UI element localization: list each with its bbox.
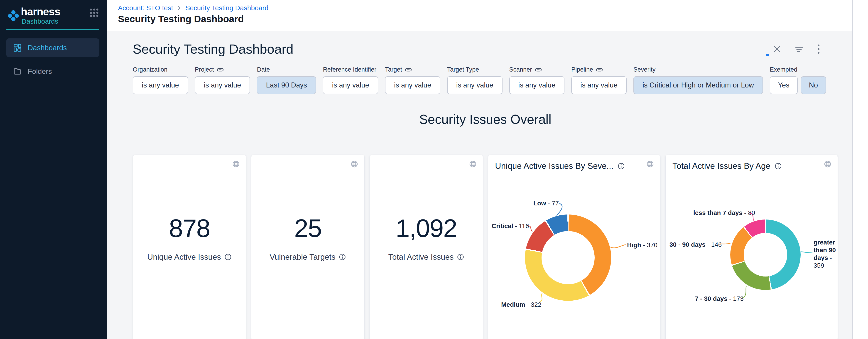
filter-label: Target [385, 66, 402, 73]
card-vulnerable-targets: 25 Vulnerable Targets [251, 155, 365, 339]
link-icon [405, 67, 412, 72]
info-icon[interactable] [775, 163, 782, 170]
logo-row: harness Dashboards [0, 0, 106, 25]
filter-date-value[interactable]: Last 90 Days [257, 76, 316, 94]
chart-label-greater-90-days: greater than 90 days - 359 [813, 238, 841, 270]
section-title: Security Issues Overall [133, 112, 838, 127]
filter-exempted: Exempted Yes No [770, 66, 826, 94]
sidebar-item-label: Dashboards [28, 44, 67, 52]
chart-title: Unique Active Issues By Seve... [495, 161, 614, 171]
harness-logo-icon[interactable] [7, 9, 20, 22]
filter-project: Project is any value [195, 66, 250, 94]
top-header: Account: STO test Security Testing Dashb… [106, 0, 852, 31]
dashboard-content: Security Testing Dashboard Org [106, 31, 852, 339]
sidebar-item-folders[interactable]: Folders [6, 62, 99, 81]
stat-value: 1,092 [396, 214, 457, 243]
exempted-no-button[interactable]: No [801, 76, 826, 94]
sidebar-nav: Dashboards Folders [0, 38, 106, 81]
stat-label: Vulnerable Targets [270, 252, 336, 261]
kebab-menu-icon[interactable] [817, 44, 820, 54]
filter-label: Organization [133, 66, 167, 73]
brand-name: harness [21, 6, 60, 17]
filter-label: Severity [633, 66, 656, 73]
link-icon [535, 67, 542, 72]
breadcrumb-page-link[interactable]: Security Testing Dashboard [185, 4, 268, 12]
dashboard-header: Security Testing Dashboard [133, 41, 838, 57]
card-issues-by-severity: Unique Active Issues By Seve... [488, 155, 660, 339]
cursor-dot [766, 54, 769, 56]
chart-label-high: High - 370 [627, 241, 657, 249]
filter-pipeline: Pipeline is any value [571, 66, 627, 94]
dashboard-actions [773, 44, 820, 54]
filter-label: Scanner [509, 66, 532, 73]
filter-organization: Organization is any value [133, 66, 188, 94]
breadcrumb: Account: STO test Security Testing Dashb… [118, 4, 852, 12]
filter-scanner: Scanner is any value [509, 66, 565, 94]
filter-date: Date Last 90 Days [257, 66, 316, 94]
filter-label: Date [257, 66, 270, 73]
filter-target: Target is any value [385, 66, 440, 94]
age-donut-chart[interactable] [730, 220, 801, 290]
info-icon[interactable] [339, 253, 346, 261]
filter-severity: Severity is Critical or High or Medium o… [633, 66, 763, 94]
breadcrumb-account-link[interactable]: Account: STO test [118, 4, 173, 12]
link-icon [596, 67, 603, 72]
filter-project-value[interactable]: is any value [195, 76, 250, 94]
chart-label-7-30-days: 7 - 30 days - 173 [695, 295, 744, 303]
filter-reference-identifier-value[interactable]: is any value [323, 76, 378, 94]
filter-scanner-value[interactable]: is any value [509, 76, 565, 94]
globe-icon [646, 160, 654, 168]
info-icon[interactable] [224, 253, 231, 261]
close-icon[interactable] [773, 45, 781, 54]
stat-label: Total Active Issues [389, 252, 454, 261]
severity-donut-chart[interactable] [525, 215, 611, 301]
filter-reference-identifier: Reference Identifier is any value [323, 66, 378, 94]
page-title: Security Testing Dashboard [118, 13, 852, 25]
card-total-active-issues: 1,092 Total Active Issues [370, 155, 483, 339]
card-unique-active-issues: 878 Unique Active Issues [133, 155, 246, 339]
filter-target-type: Target Type is any value [447, 66, 502, 94]
filter-severity-value[interactable]: is Critical or High or Medium or Low [633, 76, 763, 94]
dashboards-icon [13, 44, 22, 52]
stat-label: Unique Active Issues [147, 252, 221, 261]
chart-label-medium: Medium - 322 [501, 301, 541, 309]
chart-title: Total Active Issues By Age [673, 161, 770, 171]
link-icon [217, 67, 224, 72]
sidebar: harness Dashboards Dashboards [0, 0, 106, 339]
scrollbar-strip[interactable] [852, 0, 868, 339]
card-issues-by-age: Total Active Issues By Age [665, 155, 838, 339]
folder-icon [13, 67, 22, 76]
dashboard-title: Security Testing Dashboard [133, 41, 293, 57]
filter-bar: Organization is any value Project is any… [133, 66, 838, 94]
filter-organization-value[interactable]: is any value [133, 76, 188, 94]
cards-row: 878 Unique Active Issues [133, 155, 838, 339]
brand-product: Dashboards [22, 18, 60, 25]
filter-label: Exempted [770, 66, 798, 73]
chart-label-low: Low - 77 [533, 199, 559, 207]
globe-icon [824, 160, 832, 168]
module-grid-icon[interactable] [89, 7, 99, 18]
chart-label-30-90-days: 30 - 90 days - 146 [670, 241, 722, 249]
exempted-yes-button[interactable]: Yes [770, 76, 798, 94]
filter-target-value[interactable]: is any value [385, 76, 440, 94]
sidebar-item-label: Folders [28, 67, 52, 76]
sidebar-item-dashboards[interactable]: Dashboards [6, 38, 99, 57]
info-icon[interactable] [618, 163, 625, 170]
filter-icon[interactable] [794, 45, 804, 54]
filter-label: Pipeline [571, 66, 593, 73]
module-underline [6, 29, 99, 30]
filter-pipeline-value[interactable]: is any value [571, 76, 627, 94]
stat-value: 25 [294, 214, 322, 243]
breadcrumb-chevron-icon [177, 5, 182, 10]
filter-target-type-value[interactable]: is any value [447, 76, 502, 94]
filter-label: Project [195, 66, 214, 73]
info-icon[interactable] [457, 253, 464, 261]
stat-value: 878 [169, 214, 210, 243]
filter-label: Target Type [447, 66, 479, 73]
filter-label: Reference Identifier [323, 66, 376, 73]
chart-label-critical: Critical - 116 [492, 222, 529, 230]
chart-label-less-7-days: less than 7 days - 80 [693, 209, 755, 217]
